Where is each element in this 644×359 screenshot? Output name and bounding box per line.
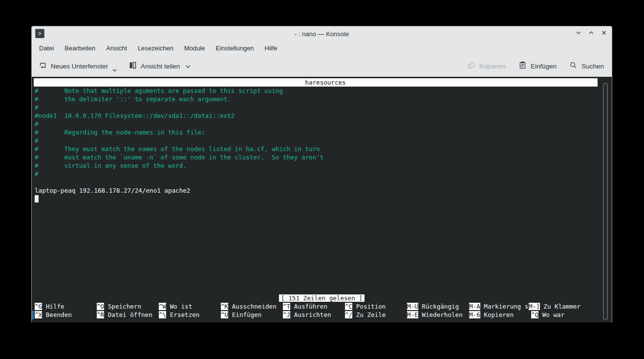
text-line: # Note that multiple aguments are passed…: [32, 87, 612, 95]
nano-status-row: [ 151 Zeilen gelesen ]: [32, 294, 612, 302]
shortcut-item: M-6 Kopieren: [469, 311, 531, 319]
nano-shortcuts-row2: ^X Beenden^R Datei öffnen^\ Ersetzen^U E…: [32, 311, 612, 319]
clipboard-paste-icon: [518, 61, 527, 71]
shortcut-key: ^O: [97, 303, 104, 310]
text-line: #: [32, 170, 612, 178]
paste-button[interactable]: Einfügen: [518, 61, 557, 71]
nano-footer: [ 151 Zeilen gelesen ] ^G Hilfe^O Speich…: [32, 294, 612, 319]
shortcut-key: ^U: [221, 311, 228, 318]
split-view-icon: [129, 61, 137, 71]
copy-label: Kopieren: [479, 63, 506, 70]
shortcut-key: ^J: [283, 311, 290, 318]
menu-item-bearbeiten[interactable]: Bearbeiten: [59, 42, 101, 54]
shortcut-item: ^Q Wo war: [531, 311, 593, 319]
shortcut-item: ^/ Zu Zeile: [345, 311, 407, 319]
shortcut-item: ^W Wo ist: [159, 302, 221, 311]
nano-titlebar: GNU nano 7.2 haresources: [34, 78, 598, 87]
split-view-button[interactable]: Ansicht teilen: [129, 61, 191, 71]
shortcut-key: M-E: [407, 311, 418, 318]
shortcut-item: ^R Datei öffnen: [97, 311, 159, 319]
search-button[interactable]: Suchen: [569, 61, 604, 71]
shortcut-item: ^U Einfügen: [221, 311, 283, 319]
split-view-label: Ansicht teilen: [141, 63, 180, 70]
nano-filename: haresources: [305, 78, 345, 87]
menu-item-module[interactable]: Module: [179, 42, 211, 54]
menu-item-hilfe[interactable]: Hilfe: [259, 42, 283, 54]
shortcut-key: ^G: [35, 303, 42, 310]
maximize-button[interactable]: [587, 30, 595, 38]
shortcut-item: ^G Hilfe: [35, 302, 97, 311]
window-title: - : nano — Konsole: [32, 30, 612, 38]
menu-item-einstellungen[interactable]: Einstellungen: [211, 42, 259, 54]
konsole-icon: >: [35, 29, 44, 38]
menu-item-datei[interactable]: Datei: [34, 42, 59, 54]
activity-indicator: [32, 311, 34, 319]
shortcut-key: ^/: [345, 311, 352, 318]
text-line: #: [32, 103, 612, 112]
shortcut-key: M-U: [407, 303, 418, 310]
tab-new-icon: [39, 61, 47, 71]
new-tab-button[interactable]: Neues Unterfenster: [39, 59, 117, 73]
text-line: # virtual in any sense of the word.: [32, 161, 612, 170]
editor-buffer: # Note that multiple aguments are passed…: [32, 87, 612, 203]
paste-label: Einfügen: [531, 63, 557, 70]
shortcut-item: M-U Rückgängig: [407, 302, 469, 311]
shortcut-item: M-A Markierung s: [469, 302, 529, 311]
minimize-button[interactable]: [574, 30, 582, 38]
text-line: laptop-peaq 192.168.178.27/24/eno1 apach…: [32, 186, 612, 195]
close-button[interactable]: [600, 30, 608, 38]
chevron-down-icon: [185, 63, 191, 70]
chevron-down-icon: [575, 29, 582, 38]
shortcut-item: ^K Ausschneiden: [221, 302, 283, 311]
titlebar[interactable]: > - : nano — Konsole: [32, 26, 612, 41]
text-line: # They must match the names of the nodes…: [32, 145, 612, 153]
menu-item-ansicht[interactable]: Ansicht: [101, 42, 132, 54]
shortcut-item: ^O Speichern: [97, 302, 159, 311]
text-line: # Regarding the node-names in this file:: [32, 128, 612, 136]
nano-shortcuts-row1: ^G Hilfe^O Speichern^W Wo ist^K Ausschne…: [32, 302, 612, 311]
shortcut-item: M-] Zu Klammer: [529, 302, 591, 311]
shortcut-item: ^\ Ersetzen: [159, 311, 221, 319]
text-line: #: [32, 120, 612, 128]
shortcut-key: M-A: [469, 303, 480, 310]
shortcut-key: ^T: [283, 303, 290, 310]
text-line: #node1 10.0.0.170 Filesystem::/dev/sda1:…: [32, 112, 612, 120]
shortcut-item: M-E Wiederholen: [407, 311, 469, 319]
shortcut-item: ^T Ausführen: [283, 302, 345, 311]
konsole-window: > - : nano — Konsole DateiBearbeitenAnsi…: [31, 26, 612, 322]
text-cursor: [35, 195, 39, 202]
text-line: [32, 178, 612, 186]
shortcut-item: ^C Position: [345, 302, 407, 311]
window-controls: [574, 26, 608, 41]
text-line: # the delimiter '::' to separate each ar…: [32, 95, 612, 103]
toolbar: Neues Unterfenster Ansicht teilen: [32, 55, 612, 77]
nano-status-message: [ 151 Zeilen gelesen ]: [279, 294, 365, 302]
terminal-scrollbar[interactable]: [603, 83, 608, 320]
shortcut-key: ^Q: [531, 311, 538, 318]
menubar: DateiBearbeitenAnsichtLesezeichenModuleE…: [32, 41, 612, 55]
search-icon: [569, 61, 578, 71]
terminal-view[interactable]: GNU nano 7.2 haresources # Note that mul…: [32, 77, 612, 322]
shortcut-key: ^\: [159, 311, 166, 318]
cursor-line: [32, 195, 612, 203]
text-line: # must match the `uname -n` of some node…: [32, 153, 612, 161]
menu-item-lesezeichen[interactable]: Lesezeichen: [132, 42, 179, 54]
chevron-down-icon: [112, 66, 117, 73]
shortcut-item: ^J Ausrichten: [283, 311, 345, 319]
new-tab-label: Neues Unterfenster: [51, 63, 108, 70]
copy-button: Kopieren: [467, 61, 506, 71]
shortcut-key: ^R: [97, 311, 104, 318]
copy-icon: [467, 61, 475, 71]
shortcut-key: ^X: [35, 311, 42, 318]
search-label: Suchen: [581, 63, 604, 70]
text-line: #: [32, 136, 612, 145]
shortcut-key: ^W: [159, 303, 166, 310]
shortcut-key: M-]: [529, 303, 540, 310]
shortcut-key: ^K: [221, 303, 228, 310]
chevron-up-icon: [588, 29, 595, 38]
close-icon: [601, 29, 607, 38]
shortcut-key: ^C: [345, 303, 352, 310]
shortcut-key: M-6: [469, 311, 480, 318]
shortcut-item: ^X Beenden: [35, 311, 97, 319]
